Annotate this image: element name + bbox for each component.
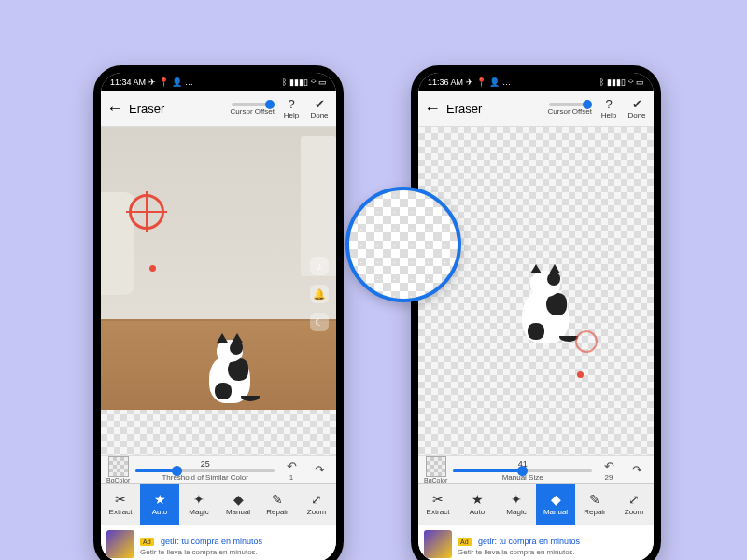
cat-subject — [514, 263, 577, 343]
bell-icon: 🔔 — [310, 285, 329, 303]
canvas[interactable]: ♪ 🔔 ☾ — [101, 127, 336, 455]
location-icon: 📍 — [159, 77, 169, 87]
wifi-icon: ⌔ — [311, 77, 316, 87]
canvas[interactable] — [418, 127, 654, 455]
redo-icon: ↷ — [632, 463, 642, 477]
magic-icon: ✦ — [193, 493, 204, 506]
back-arrow-icon[interactable]: ← — [424, 99, 441, 119]
ad-subtitle: Getir te lleva la compra en minutos. — [458, 548, 648, 556]
tool-magic[interactable]: ✦Magic — [497, 484, 536, 525]
tool-extract[interactable]: ✂Extract — [101, 484, 140, 525]
ad-title: getir: tu compra en minutos — [478, 537, 580, 546]
threshold-slider[interactable]: 25 Threshold of Similar Color — [135, 459, 275, 482]
extract-icon: ✂ — [432, 493, 444, 506]
camera-notch — [214, 69, 223, 78]
tool-zoom[interactable]: ⤢Zoom — [297, 484, 336, 525]
tool-extract[interactable]: ✂Extract — [418, 484, 458, 525]
manual-icon: ◆ — [233, 493, 244, 506]
phone-right: 11:36 AM ✈ 📍 👤 … ᛒ ▮▮▮▯ ⌔ ▭ ← Eraser Cur… — [411, 65, 661, 560]
done-button[interactable]: ✔ Done — [308, 98, 331, 119]
ad-badge: Ad — [458, 538, 472, 546]
status-time: 11:36 AM — [428, 77, 463, 87]
undo-button[interactable]: ↶ 29 — [598, 459, 620, 482]
check-icon: ✔ — [315, 98, 325, 110]
floor-line — [101, 319, 336, 321]
tool-magic[interactable]: ✦Magic — [179, 484, 218, 525]
tool-manual[interactable]: ◆Manual — [536, 484, 575, 525]
tool-label: Repair — [584, 508, 606, 516]
tool-label: Manual — [226, 508, 250, 516]
repair-icon: ✎ — [272, 493, 283, 506]
done-button[interactable]: ✔ Done — [626, 98, 648, 119]
help-button[interactable]: ? Help — [280, 98, 303, 119]
tool-label: Magic — [189, 508, 208, 516]
music-icon: ♪ — [310, 257, 329, 275]
wall-right — [301, 136, 336, 276]
tool-label: Auto — [152, 508, 167, 516]
cat-subject — [202, 332, 258, 403]
telegram-icon: ✈ — [466, 77, 473, 87]
tool-zoom[interactable]: ⤢Zoom — [614, 484, 654, 525]
help-button[interactable]: ? Help — [598, 98, 620, 119]
ad-thumbnail — [106, 530, 134, 558]
screen-title: Eraser — [446, 102, 482, 116]
app-top-bar: ← Eraser Cursor Offset ? Help ✔ Done — [418, 91, 654, 127]
undo-button[interactable]: ↶ 1 — [280, 459, 303, 482]
check-icon: ✔ — [632, 98, 642, 110]
tool-repair[interactable]: ✎Repair — [258, 484, 297, 525]
redo-button[interactable]: ↷ — [308, 463, 331, 477]
tool-auto[interactable]: ★Auto — [458, 484, 497, 525]
ad-banner[interactable]: Ad getir: tu compra en minutos Getir te … — [101, 525, 336, 560]
tool-label: Auto — [470, 508, 485, 516]
magic-icon: ✦ — [511, 493, 522, 506]
manual-brush-ring-icon[interactable] — [575, 330, 598, 353]
signal-icon: ▮▮▮▯ — [289, 77, 308, 87]
wifi-icon: ⌔ — [628, 77, 633, 87]
extract-icon: ✂ — [115, 493, 126, 506]
tool-label: Zoom — [625, 508, 643, 516]
tool-manual[interactable]: ◆Manual — [218, 484, 258, 525]
undo-icon: ↶ — [604, 459, 614, 473]
moon-icon: ☾ — [310, 313, 329, 331]
tool-label: Magic — [506, 508, 526, 516]
tool-label: Extract — [109, 508, 133, 516]
status-time: 11:34 AM — [110, 77, 146, 87]
auto-icon: ★ — [154, 493, 166, 506]
tiktok-overlay-icons: ♪ 🔔 ☾ — [310, 257, 329, 331]
camera-notch — [531, 69, 541, 78]
eraser-crosshair-icon[interactable] — [129, 194, 164, 230]
bgcolor-button[interactable]: BgColor — [106, 456, 130, 483]
ad-banner[interactable]: Ad getir: tu compra en minutos Getir te … — [418, 525, 654, 560]
tool-label: Manual — [543, 508, 568, 516]
zoom-icon: ⤢ — [628, 493, 640, 506]
location-icon: 📍 — [476, 77, 486, 87]
manual-icon: ◆ — [551, 493, 561, 506]
slider-value: 25 — [201, 459, 210, 469]
help-icon: ? — [605, 98, 612, 110]
bluetooth-icon: ᛒ — [599, 77, 604, 87]
back-arrow-icon[interactable]: ← — [106, 99, 123, 119]
telegram-icon: ✈ — [148, 77, 156, 87]
cursor-offset-slider[interactable]: Cursor Offset — [548, 103, 592, 116]
auto-icon: ★ — [472, 493, 484, 506]
screen-right: 11:36 AM ✈ 📍 👤 … ᛒ ▮▮▮▯ ⌔ ▭ ← Eraser Cur… — [418, 73, 654, 560]
tool-auto[interactable]: ★Auto — [140, 484, 179, 525]
person-icon: 👤 — [489, 77, 500, 87]
tool-label: Extract — [427, 508, 450, 516]
redo-button[interactable]: ↷ — [626, 463, 648, 477]
more-icon: … — [185, 77, 193, 87]
battery-icon: ▭ — [636, 77, 644, 87]
person-icon: 👤 — [172, 77, 182, 87]
undo-icon: ↶ — [287, 459, 297, 473]
ad-title: getir: tu compra en minutos — [161, 537, 262, 546]
eraser-touch-dot — [149, 265, 156, 272]
tool-label: Zoom — [307, 508, 326, 516]
tool-repair[interactable]: ✎Repair — [575, 484, 614, 525]
cursor-offset-slider[interactable]: Cursor Offset — [231, 103, 275, 116]
ad-thumbnail — [424, 530, 452, 558]
screen-left: 11:34 AM ✈ 📍 👤 … ᛒ ▮▮▮▯ ⌔ ▭ ← Eraser Cur… — [101, 73, 336, 560]
bottom-toolbar: ✂Extract★Auto✦Magic◆Manual✎Repair⤢Zoom — [101, 483, 336, 525]
bgcolor-button[interactable]: BgColor — [424, 456, 447, 483]
manual-size-slider[interactable]: 41 Manual Size — [453, 459, 592, 482]
zoom-icon: ⤢ — [311, 493, 322, 506]
